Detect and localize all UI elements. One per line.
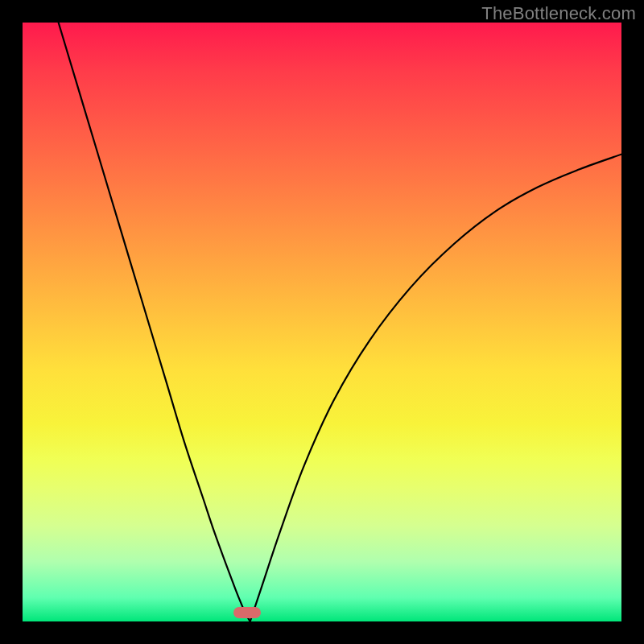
plot-area	[23, 23, 621, 621]
minimum-marker	[233, 607, 261, 618]
chart-frame: TheBottleneck.com	[0, 0, 644, 644]
watermark-text: TheBottleneck.com	[481, 3, 636, 24]
